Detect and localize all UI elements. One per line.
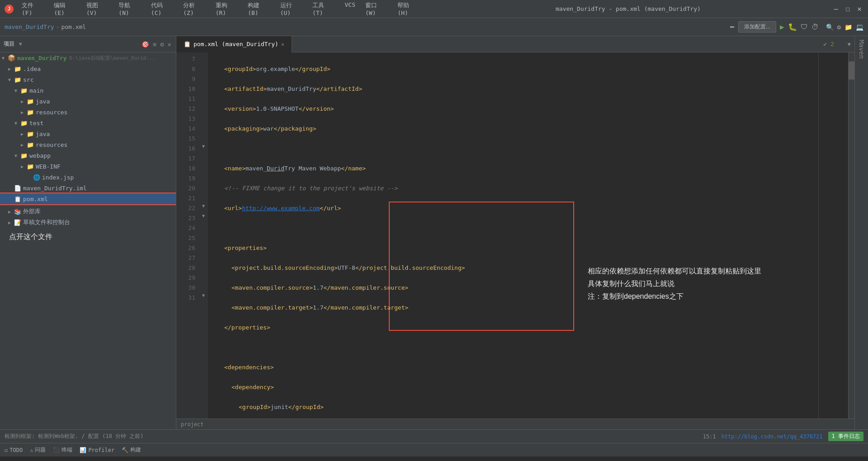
menu-navigate[interactable]: 导航(N) xyxy=(114,0,145,18)
jsp-label: index.jsp xyxy=(42,174,74,181)
breadcrumb-file[interactable]: pom.xml xyxy=(61,24,86,30)
menu-edit[interactable]: 编辑(E) xyxy=(49,0,80,18)
problems-label: 问题 xyxy=(35,446,46,454)
coverage-button[interactable]: 🛡 xyxy=(801,23,808,31)
sidebar-item-test[interactable]: ▼ 📁 test xyxy=(0,118,176,128)
breadcrumb-root[interactable]: maven_DuridTry xyxy=(5,24,54,30)
profiler-icon: 📊 xyxy=(80,447,86,453)
menu-help[interactable]: 帮助(H) xyxy=(393,0,424,18)
resources-main-label: resources xyxy=(36,109,67,116)
check-badge: ✔ 2 xyxy=(823,41,834,47)
vertical-scrollbar[interactable] xyxy=(848,52,854,419)
menu-build[interactable]: 构建(B) xyxy=(243,0,274,18)
sidebar-item-idea[interactable]: ▶ 📁 .idea xyxy=(0,63,176,74)
menu-file[interactable]: 文件(F) xyxy=(17,0,48,18)
menu-refactor[interactable]: 重构(R) xyxy=(211,0,242,18)
sidebar-dropdown-icon[interactable]: ▼ xyxy=(19,41,22,47)
tab-close-icon[interactable]: ✕ xyxy=(281,41,284,47)
detect-text: 检测到框架: 检测到Web框架. / 配置 (18 分钟 之前) xyxy=(5,433,144,440)
sidebar-item-resources-main[interactable]: ▶ 📁 resources xyxy=(0,107,176,118)
sidebar-item-pom-xml[interactable]: ▶ 📋 pom.xml xyxy=(0,193,176,204)
scratch-arrow: ▶ xyxy=(8,220,13,225)
sidebar-locate-icon[interactable]: 🎯 xyxy=(141,40,150,49)
breadcrumb-sep: › xyxy=(56,24,60,30)
minimize-button[interactable]: — xyxy=(832,5,840,13)
footer-breadcrumb: project xyxy=(181,421,204,428)
sidebar-item-external-libs[interactable]: ▶ 📚 外部库 xyxy=(0,206,176,217)
java-main-label: java xyxy=(36,98,50,105)
menu-code[interactable]: 代码(C) xyxy=(146,0,178,18)
terminal-icon[interactable]: 💻 xyxy=(856,24,863,31)
sidebar-item-scratch[interactable]: ▶ 📝 草稿文件和控制台 xyxy=(0,217,176,228)
event-log-button[interactable]: 1 事件日志 xyxy=(828,432,863,441)
maven-label[interactable]: Maven xyxy=(858,40,865,59)
sidebar-toolbar: 项目 ▼ 🎯 ≡ ⚙ ✕ xyxy=(0,36,176,52)
resources-main-folder-icon: 📁 xyxy=(27,109,34,116)
tab-file-icon: 📋 xyxy=(184,41,191,47)
title-bar: J 文件(F) 编辑(E) 视图(V) 导航(N) 代码(C) 分析(Z) 重构… xyxy=(0,0,868,18)
sidebar-item-index-jsp[interactable]: ▶ 🌐 index.jsp xyxy=(0,172,176,183)
root-label: maven_DuridTry xyxy=(17,55,67,61)
menu-analyze[interactable]: 分析(Z) xyxy=(179,0,210,18)
project-sidebar: 项目 ▼ 🎯 ≡ ⚙ ✕ ▼ 📦 maven_DuridTry D:\java后… xyxy=(0,36,176,429)
position-text: 15:1 xyxy=(703,433,716,440)
toolbar-actions: ⬅ 添加配置... ▶ 🐛 🛡 ⏱ 🔍 ⚙ 📁 💻 xyxy=(730,21,863,33)
sidebar-item-webapp[interactable]: ▼ 📁 webapp xyxy=(0,150,176,161)
back-icon[interactable]: ⬅ xyxy=(730,22,735,32)
sidebar-item-java-test[interactable]: ▶ 📁 java xyxy=(0,128,176,139)
close-button[interactable]: ✕ xyxy=(855,5,863,13)
tab-pom-xml[interactable]: 📋 pom.xml (maven_DuridTry) ✕ xyxy=(176,36,292,52)
csdn-link[interactable]: http://blog.csdn.net/qq_4376721 xyxy=(722,433,823,440)
scrollbar-thumb[interactable] xyxy=(849,61,854,80)
ext-libs-icon: 📚 xyxy=(14,208,21,215)
menu-view[interactable]: 视图(V) xyxy=(82,0,113,18)
sidebar-settings-icon[interactable]: ⚙ xyxy=(159,40,165,49)
add-config-button[interactable]: 添加配置... xyxy=(738,21,776,33)
sidebar-close-icon[interactable]: ✕ xyxy=(167,40,172,49)
search-everywhere-icon[interactable]: 🔍 xyxy=(826,24,834,31)
problems-button[interactable]: ⚠ 问题 xyxy=(30,446,46,454)
menu-window[interactable]: 窗口(W) xyxy=(361,0,392,18)
debug-button[interactable]: 🐛 xyxy=(788,23,797,31)
iml-file-icon: 📄 xyxy=(14,185,21,192)
terminal-button[interactable]: ⬛ 终端 xyxy=(53,446,72,454)
java-main-folder-icon: 📁 xyxy=(27,98,34,105)
line-numbers: 7 8 9 10 11 12 13 14 15 16 17 18 19 20 2… xyxy=(176,52,199,419)
fold-properties[interactable]: ▼ xyxy=(199,144,208,154)
window-controls: — ☐ ✕ xyxy=(832,5,863,13)
menu-run[interactable]: 运行(U) xyxy=(276,0,307,18)
profiler-button[interactable]: 📊 Profiler xyxy=(80,447,114,453)
sidebar-label: 项目 xyxy=(4,40,14,48)
sidebar-collapse-icon[interactable]: ≡ xyxy=(152,40,157,49)
status-bar: 检测到框架: 检测到Web框架. / 配置 (18 分钟 之前) 15:1 ht… xyxy=(0,429,868,443)
profile-button[interactable]: ⏱ xyxy=(811,23,819,31)
sidebar-item-java-main[interactable]: ▶ 📁 java xyxy=(0,96,176,107)
sidebar-item-iml[interactable]: ▶ 📄 maven_DuridTry.iml xyxy=(0,183,176,193)
todo-button[interactable]: ☑ TODO xyxy=(5,447,23,453)
settings-icon[interactable]: ⚙ xyxy=(837,24,841,31)
sidebar-item-main[interactable]: ▼ 📁 main xyxy=(0,85,176,96)
fold-build[interactable]: ▼ xyxy=(199,293,208,303)
root-arrow: ▼ xyxy=(2,56,6,61)
right-toolbar: Maven xyxy=(854,36,868,429)
fold-dependencies[interactable]: ▼ xyxy=(199,203,208,213)
tree-root[interactable]: ▼ 📦 maven_DuridTry D:\java后端配置\maven_Dur… xyxy=(0,52,176,63)
collapse-icon[interactable]: ▼ xyxy=(848,41,851,47)
sidebar-item-webinf[interactable]: ▶ 📁 WEB-INF xyxy=(0,161,176,172)
app-icon: J xyxy=(5,5,14,14)
code-editor[interactable]: <groupId>org.example</groupId> <artifact… xyxy=(208,52,818,419)
src-label: src xyxy=(23,76,33,83)
open-folder-icon[interactable]: 📁 xyxy=(844,24,852,31)
sidebar-item-src[interactable]: ▼ 📁 src xyxy=(0,74,176,85)
java-test-arrow: ▶ xyxy=(21,132,25,136)
build-button[interactable]: 🔨 构建 xyxy=(122,446,141,454)
maximize-button[interactable]: ☐ xyxy=(844,5,852,13)
menu-vcs[interactable]: VCS xyxy=(340,0,360,18)
pom-file-icon: 📋 xyxy=(14,196,21,202)
resources-test-label: resources xyxy=(36,141,67,148)
run-button[interactable]: ▶ xyxy=(780,23,784,31)
menu-tools[interactable]: 工具(T) xyxy=(308,0,339,18)
todo-icon: ☑ xyxy=(5,447,8,453)
fold-dependency[interactable]: ▼ xyxy=(199,213,208,223)
sidebar-item-resources-test[interactable]: ▶ 📁 resources xyxy=(0,139,176,150)
